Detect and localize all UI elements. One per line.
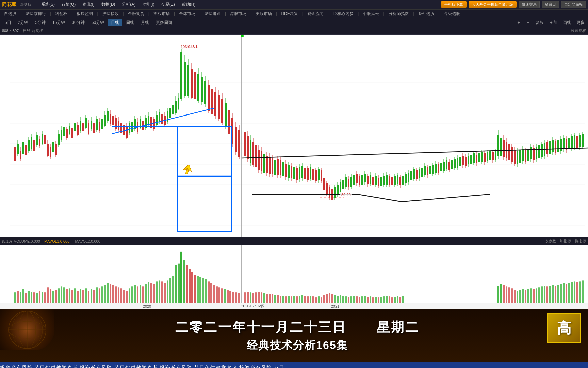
quick-trade-button[interactable]: 快速交易 bbox=[519, 1, 540, 8]
fquan-button[interactable]: 复权 bbox=[534, 19, 546, 26]
period-5day[interactable]: 5日 bbox=[1, 19, 15, 26]
zoom-out-button[interactable]: － bbox=[524, 19, 532, 26]
svg-rect-584 bbox=[508, 287, 510, 303]
period-60min[interactable]: 60分钟 bbox=[88, 19, 108, 26]
svg-rect-475 bbox=[115, 286, 117, 303]
svg-rect-477 bbox=[120, 288, 122, 303]
svg-rect-529 bbox=[266, 294, 268, 303]
svg-rect-503 bbox=[191, 272, 193, 303]
svg-rect-559 bbox=[348, 297, 349, 303]
svg-rect-579 bbox=[402, 296, 404, 303]
menu-data[interactable]: 数据(D) bbox=[99, 1, 118, 8]
svg-rect-440 bbox=[20, 292, 21, 303]
tb2-sector-monitor[interactable]: 板块监测 bbox=[74, 10, 96, 17]
svg-rect-523 bbox=[250, 292, 251, 303]
tb2-us-market[interactable]: 美股市场 bbox=[253, 10, 275, 17]
settings-fquan-button[interactable]: 设置复权 bbox=[571, 28, 586, 33]
tb2-stock-cloud[interactable]: 个股风云 bbox=[360, 10, 382, 17]
svg-rect-544 bbox=[307, 296, 309, 303]
menu-market[interactable]: 行情(Q) bbox=[59, 1, 78, 8]
svg-rect-507 bbox=[202, 278, 204, 303]
period-15min[interactable]: 15分钟 bbox=[49, 19, 68, 26]
tb2-hk-connect[interactable]: 沪深港通 bbox=[202, 10, 224, 17]
tb2-index[interactable]: 沪深指数 bbox=[100, 10, 121, 17]
period-daily[interactable]: 日线 bbox=[108, 19, 122, 26]
svg-rect-480 bbox=[129, 288, 130, 303]
date-label-2021: 2021 bbox=[331, 304, 339, 308]
period-weekly[interactable]: 周线 bbox=[122, 19, 137, 26]
period-2min[interactable]: 2分钟 bbox=[15, 19, 32, 26]
zoom-in-button[interactable]: ＋ bbox=[514, 19, 523, 26]
period-more[interactable]: 更多周期 bbox=[152, 19, 176, 26]
svg-rect-471 bbox=[104, 285, 106, 303]
svg-rect-508 bbox=[205, 279, 207, 303]
menu-trade[interactable]: 交易(E) bbox=[159, 1, 178, 8]
svg-rect-514 bbox=[221, 288, 223, 303]
svg-rect-565 bbox=[364, 296, 366, 303]
svg-rect-479 bbox=[126, 291, 128, 303]
svg-rect-573 bbox=[386, 296, 388, 303]
svg-rect-473 bbox=[110, 284, 111, 303]
svg-rect-532 bbox=[274, 295, 276, 303]
logo-char: 高 bbox=[557, 319, 571, 338]
custom-panel-button[interactable]: 自定义面板 bbox=[561, 1, 586, 8]
menu-function[interactable]: 功能(I) bbox=[140, 1, 157, 8]
menu-news[interactable]: 资讯(I) bbox=[80, 1, 97, 8]
episode-title-text: 经典技术分析165集 bbox=[247, 338, 348, 353]
tb2-hk-market[interactable]: 港股市场 bbox=[227, 10, 249, 17]
app-logo: 同花顺 bbox=[2, 2, 16, 8]
svg-rect-566 bbox=[367, 297, 369, 303]
add-indicator-button[interactable]: 加指标 bbox=[560, 239, 571, 243]
svg-rect-456 bbox=[63, 287, 65, 303]
mobile-download-button[interactable]: 手机版下载 bbox=[441, 1, 467, 8]
tb2-options[interactable]: 期权市场 bbox=[151, 10, 173, 17]
svg-rect-474 bbox=[112, 285, 114, 303]
multi-window-button[interactable]: 多窗口 bbox=[542, 1, 559, 8]
more-tools-button[interactable]: 更多 bbox=[574, 19, 587, 26]
svg-rect-546 bbox=[312, 296, 314, 303]
tb2-watchlist[interactable]: 自选股 bbox=[1, 10, 19, 17]
svg-rect-533 bbox=[277, 295, 279, 303]
tb2-advanced-select[interactable]: 高级选股 bbox=[441, 10, 463, 17]
svg-rect-549 bbox=[321, 297, 322, 303]
globe-decoration bbox=[0, 309, 54, 350]
svg-rect-568 bbox=[372, 297, 374, 303]
add-button[interactable]: ＋加 bbox=[547, 19, 559, 26]
change-params-button[interactable]: 改参数 bbox=[545, 239, 556, 243]
svg-rect-604 bbox=[563, 283, 565, 303]
menu-analysis[interactable]: 分析(A) bbox=[119, 1, 138, 8]
mavol2-label: MAVOL2:0.000 bbox=[75, 239, 100, 243]
switch-indicator-button[interactable]: 换指标 bbox=[575, 239, 586, 243]
svg-rect-443 bbox=[28, 291, 30, 303]
svg-rect-543 bbox=[304, 296, 306, 303]
period-30min[interactable]: 30分钟 bbox=[68, 19, 88, 26]
svg-rect-494 bbox=[167, 280, 168, 303]
tb2-star-market[interactable]: 科创板 bbox=[52, 10, 70, 17]
tb2-l2[interactable]: L2核心内参 bbox=[330, 10, 356, 17]
svg-rect-462 bbox=[80, 289, 81, 303]
svg-rect-587 bbox=[517, 291, 518, 303]
svg-rect-499 bbox=[180, 252, 182, 303]
tb2-dde[interactable]: DDE决策 bbox=[278, 10, 300, 17]
svg-rect-467 bbox=[93, 290, 95, 303]
svg-rect-574 bbox=[389, 296, 390, 303]
draw-button[interactable]: 画线 bbox=[561, 19, 573, 26]
volume-period-label: (5,10) bbox=[2, 239, 12, 243]
tb2-fund-flow[interactable]: 资金流向 bbox=[305, 10, 326, 17]
svg-rect-609 bbox=[576, 282, 578, 303]
tb2-rank[interactable]: 沪深京排行 bbox=[23, 10, 49, 17]
menu-help[interactable]: 帮助(H) bbox=[179, 1, 198, 8]
period-5min[interactable]: 5分钟 bbox=[32, 19, 49, 26]
svg-rect-586 bbox=[514, 290, 516, 303]
tb2-fin-futures[interactable]: 金融期货 bbox=[125, 10, 147, 17]
svg-rect-517 bbox=[229, 291, 231, 303]
svg-rect-446 bbox=[36, 293, 38, 303]
period-monthly[interactable]: 月线 bbox=[137, 19, 152, 26]
tb2-analyst[interactable]: 分析师指数 bbox=[386, 10, 412, 17]
fund-upgrade-button[interactable]: 天天基金手机版全额升级 bbox=[469, 1, 517, 8]
menu-system[interactable]: 系统(S) bbox=[38, 1, 58, 8]
tb2-condition-select[interactable]: 条件选股 bbox=[415, 10, 437, 17]
svg-rect-487 bbox=[148, 282, 149, 303]
tb2-global[interactable]: 全球市场 bbox=[176, 10, 198, 17]
svg-rect-481 bbox=[131, 286, 133, 303]
